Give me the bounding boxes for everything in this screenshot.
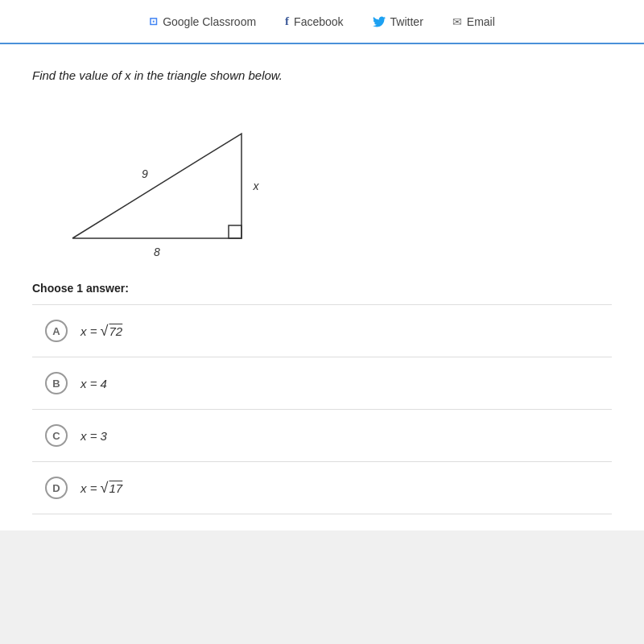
- triangle-diagram: 9 x 8: [56, 101, 282, 262]
- option-text-c: x = 3: [80, 429, 107, 443]
- email-icon: ✉: [452, 15, 462, 28]
- share-facebook[interactable]: f Facebook: [285, 14, 343, 28]
- choose-label: Choose 1 answer:: [32, 282, 612, 295]
- answer-option-c[interactable]: C x = 3: [32, 410, 612, 462]
- option-circle-d: D: [45, 477, 68, 499]
- share-google-label: Google Classroom: [163, 15, 256, 28]
- option-text-b: x = 4: [80, 377, 107, 390]
- option-circle-c: C: [45, 424, 68, 447]
- share-twitter-label: Twitter: [390, 15, 423, 28]
- share-email[interactable]: ✉ Email: [452, 15, 495, 28]
- question-text: Find the value of x in the triangle show…: [32, 68, 612, 82]
- share-bar: ⊡ Google Classroom f Facebook Twitter ✉ …: [0, 0, 644, 44]
- answer-option-a[interactable]: A x = √72: [32, 305, 612, 357]
- answer-option-b[interactable]: B x = 4: [32, 357, 612, 410]
- facebook-icon: f: [285, 14, 289, 28]
- svg-text:8: 8: [154, 246, 160, 258]
- share-google-classroom[interactable]: ⊡ Google Classroom: [149, 15, 256, 28]
- option-circle-a: A: [45, 320, 68, 342]
- share-facebook-label: Facebook: [294, 15, 343, 28]
- svg-text:9: 9: [142, 167, 148, 180]
- option-text-a: x = √72: [80, 324, 122, 338]
- svg-rect-0: [229, 225, 242, 238]
- svg-text:x: x: [253, 180, 260, 192]
- twitter-icon: [373, 16, 386, 27]
- answer-option-d[interactable]: D x = √17: [32, 462, 612, 514]
- google-classroom-icon: ⊡: [149, 15, 158, 27]
- answer-options: A x = √72 B x = 4 C x = 3: [32, 304, 612, 514]
- option-circle-b: B: [45, 372, 68, 394]
- option-text-d: x = √17: [80, 481, 122, 495]
- main-content: Find the value of x in the triangle show…: [0, 44, 644, 530]
- share-twitter[interactable]: Twitter: [373, 15, 423, 28]
- share-email-label: Email: [467, 15, 495, 28]
